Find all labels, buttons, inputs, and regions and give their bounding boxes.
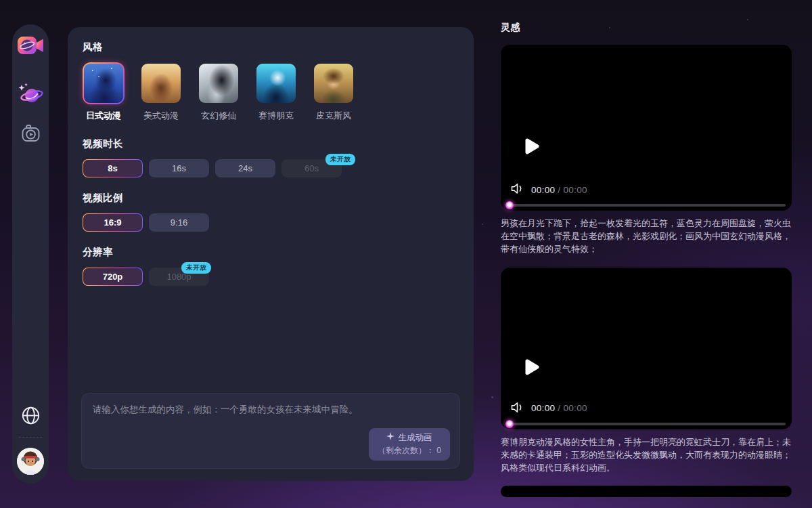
video-time: 00:00 / 00:00 <box>531 403 587 413</box>
style-option-cyberpunk[interactable]: 赛博朋克 <box>255 62 297 122</box>
resolution-section-title: 分辨率 <box>83 246 459 259</box>
app-logo-icon <box>17 49 44 59</box>
style-thumbnail-frame <box>255 62 297 104</box>
ratio-option-9-16[interactable]: 9:16 <box>149 213 209 232</box>
time-separator: / <box>558 403 560 413</box>
inspiration-panel: 灵感 00:00 / 00:00 <box>501 22 792 497</box>
sidebar-item-explore[interactable] <box>17 82 44 108</box>
duration-options-row: 8s 16s 24s 60s 未开放 <box>83 159 459 177</box>
duration-option-16s[interactable]: 16s <box>149 159 209 177</box>
style-thumbnail-frame <box>198 62 240 104</box>
play-icon <box>524 147 540 157</box>
coming-soon-badge: 未开放 <box>181 262 211 274</box>
sidebar-divider <box>19 437 42 438</box>
ratio-option-16-9[interactable]: 16:9 <box>83 213 143 232</box>
sidebar <box>12 24 49 484</box>
play-icon <box>524 368 540 378</box>
time-current: 00:00 <box>531 185 555 195</box>
style-option-label: 赛博朋克 <box>258 110 294 122</box>
speaker-icon <box>511 402 524 415</box>
sidebar-item-media-library[interactable] <box>20 123 41 146</box>
resolution-options-row: 720p 1080p 未开放 <box>83 268 459 286</box>
style-option-label: 玄幻修仙 <box>201 110 236 122</box>
style-options-row: 日式动漫 美式动漫 玄幻修仙 赛博朋克 皮克斯风 <box>83 62 459 122</box>
video-time: 00:00 / 00:00 <box>531 185 587 195</box>
inspiration-video-1[interactable]: 00:00 / 00:00 <box>501 45 792 211</box>
app-logo-button[interactable] <box>17 35 44 59</box>
play-button[interactable] <box>523 137 541 156</box>
remaining-count-value: 0 <box>436 446 441 455</box>
player-controls: 00:00 / 00:00 <box>511 183 587 196</box>
ratio-options-row: 16:9 9:16 <box>83 213 459 232</box>
prompt-box: 生成动画 （剩余次数）： 0 <box>81 393 460 469</box>
style-thumbnail <box>84 64 123 103</box>
inspiration-video-2[interactable]: 00:00 / 00:00 <box>501 268 792 429</box>
style-option-fantasy-xianxia[interactable]: 玄幻修仙 <box>198 62 240 122</box>
style-thumbnail <box>256 64 296 103</box>
style-thumbnail-frame <box>140 62 182 104</box>
user-avatar[interactable] <box>17 448 44 475</box>
progress-bar[interactable] <box>507 423 786 425</box>
style-option-label: 皮克斯风 <box>316 110 351 122</box>
generate-button[interactable]: 生成动画 （剩余次数）： 0 <box>369 428 450 461</box>
progress-knob[interactable] <box>505 201 514 209</box>
time-duration: 00:00 <box>563 403 587 413</box>
background-star <box>491 396 493 398</box>
mute-button[interactable] <box>511 183 524 196</box>
speaker-icon <box>511 183 524 196</box>
generate-button-label: 生成动画 <box>398 431 432 444</box>
style-option-japanese-anime[interactable]: 日式动漫 <box>83 62 125 122</box>
video-caption: 赛博朋克动漫风格的女性主角，手持一把明亮的霓虹武士刀，靠在肩上；未来感的卡通装甲… <box>501 436 792 475</box>
remaining-count-row: （剩余次数）： 0 <box>378 446 441 455</box>
ratio-section-title: 视频比例 <box>83 192 459 205</box>
duration-section-title: 视频时长 <box>83 137 459 150</box>
progress-bar[interactable] <box>507 204 786 207</box>
style-thumbnail <box>314 64 353 103</box>
duration-option-24s[interactable]: 24s <box>215 159 275 177</box>
magic-sparkle-icon <box>386 431 394 444</box>
style-option-american-anime[interactable]: 美式动漫 <box>140 62 182 122</box>
globe-icon <box>21 417 41 427</box>
video-caption: 男孩在月光下跪下，拾起一枚发着光的玉符，蓝色灵力在周围盘旋，萤火虫在空中飘散；背… <box>501 217 792 256</box>
inspiration-title: 灵感 <box>501 22 792 34</box>
remaining-count-label: （剩余次数）： <box>378 446 434 455</box>
duration-option-60s[interactable]: 60s 未开放 <box>281 159 342 177</box>
inspiration-video-3-partial[interactable] <box>501 486 792 497</box>
time-separator: / <box>558 185 560 195</box>
planet-icon <box>17 98 44 108</box>
language-globe-button[interactable] <box>21 406 41 427</box>
style-thumbnail <box>199 64 238 103</box>
style-option-label: 日式动漫 <box>86 110 121 122</box>
mute-button[interactable] <box>511 402 524 415</box>
duration-option-8s[interactable]: 8s <box>83 159 143 177</box>
background-star <box>747 19 748 20</box>
background-star <box>482 224 483 225</box>
generate-button-top: 生成动画 <box>378 431 441 444</box>
play-button[interactable] <box>523 358 541 377</box>
time-current: 00:00 <box>531 403 555 413</box>
duration-option-label: 60s <box>304 163 319 173</box>
style-thumbnail <box>141 64 181 103</box>
style-option-pixar[interactable]: 皮克斯风 <box>313 62 355 122</box>
player-controls: 00:00 / 00:00 <box>511 402 587 415</box>
progress-knob[interactable] <box>505 420 514 428</box>
camera-play-icon <box>20 135 41 146</box>
style-thumbnail-frame <box>83 62 125 104</box>
resolution-option-1080p[interactable]: 1080p 未开放 <box>149 268 209 286</box>
style-option-label: 美式动漫 <box>143 110 179 122</box>
generation-settings-panel: 风格 日式动漫 美式动漫 玄幻修仙 赛博朋克 皮克斯风 视频时长 8s 16s … <box>68 27 474 481</box>
time-duration: 00:00 <box>563 185 587 195</box>
resolution-option-720p[interactable]: 720p <box>83 268 143 286</box>
coming-soon-badge: 未开放 <box>325 154 355 165</box>
style-section-title: 风格 <box>83 41 459 54</box>
style-thumbnail-frame <box>313 62 355 104</box>
